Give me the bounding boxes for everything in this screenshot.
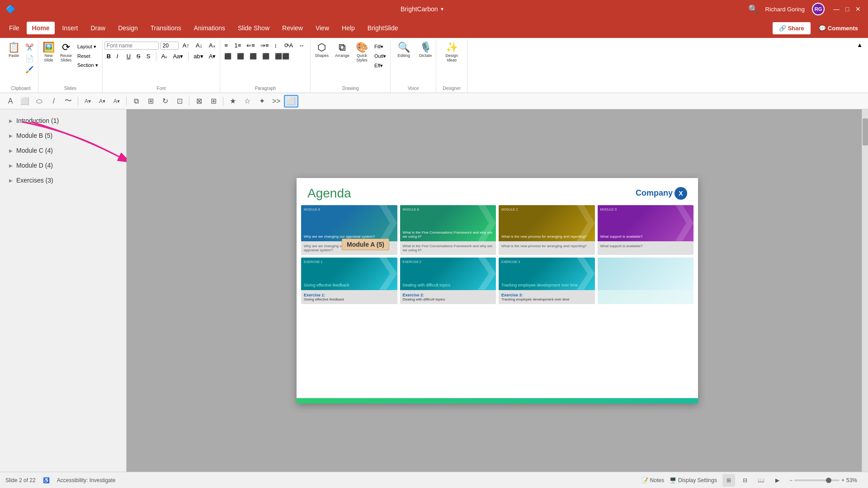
highlight-button[interactable]: ab▾: [191, 52, 205, 61]
shape-effects-button[interactable]: Eff▾: [372, 61, 388, 70]
exercise-1-card[interactable]: EXERCISE 1 Giving effective feedback Exe…: [301, 258, 397, 304]
sidebar-item-exercises[interactable]: ▶ Exercises (3): [2, 173, 124, 188]
accessibility-text[interactable]: Accessibility: Investigate: [57, 477, 116, 483]
normal-view-button[interactable]: ⊞: [722, 474, 735, 487]
zoom-in-icon[interactable]: +: [841, 477, 844, 483]
group-tool[interactable]: ⊞: [144, 95, 157, 108]
menu-brightslide[interactable]: BrightSlide: [362, 22, 404, 34]
paste-button[interactable]: 📋 Paste: [5, 41, 22, 59]
menu-insert[interactable]: Insert: [57, 22, 83, 34]
dictate-button[interactable]: 🎙️ Dictate: [417, 41, 434, 59]
curve-tool[interactable]: 〜: [61, 95, 75, 108]
col-spacing-button[interactable]: ↕: [272, 41, 281, 50]
slideshow-button[interactable]: ▶: [771, 474, 784, 487]
font-color-tool[interactable]: A▾: [110, 95, 123, 108]
crop-tool[interactable]: ⊡: [173, 95, 186, 108]
search-icon[interactable]: 🔍: [748, 4, 758, 14]
exercise-3-card[interactable]: EXERCISE 3 Tracking employee development…: [499, 258, 595, 304]
menu-slideshow[interactable]: Slide Show: [232, 22, 275, 34]
module-d-card[interactable]: MODULE D What support is available? What…: [598, 205, 694, 255]
menu-help[interactable]: Help: [336, 22, 360, 34]
module-c-card[interactable]: MODULE C What is the new process for arr…: [499, 205, 595, 255]
align-tools[interactable]: ⊠: [192, 95, 206, 108]
display-settings-button[interactable]: 🖥️ Display Settings: [670, 477, 717, 483]
shapes-button[interactable]: ⬡ Shapes: [312, 41, 331, 59]
convert-smartart-button[interactable]: ↔: [296, 41, 307, 50]
numbering-button[interactable]: 1≡: [232, 41, 243, 50]
fill-color-tool[interactable]: A▾: [81, 95, 94, 108]
align-right-button[interactable]: ⬛: [247, 52, 259, 61]
collapse-ribbon-button[interactable]: ▲: [855, 40, 864, 93]
line-color-tool[interactable]: A▾: [95, 95, 109, 108]
shadow-button[interactable]: S: [144, 52, 153, 61]
distribute-tools[interactable]: ⊞: [207, 95, 220, 108]
bold-button[interactable]: B: [104, 52, 113, 61]
shape-fill-button[interactable]: Fill▾: [372, 42, 388, 51]
align-justify-button[interactable]: ⬛: [260, 52, 272, 61]
oval-tool[interactable]: ⬭: [33, 95, 46, 108]
underline-button[interactable]: U: [124, 52, 133, 61]
sidebar-item-module-b[interactable]: ▶ Module B (5): [2, 128, 124, 143]
rotate-tool[interactable]: ↻: [158, 95, 172, 108]
menu-view[interactable]: View: [310, 22, 335, 34]
exercise-2-card[interactable]: EXERCISE 2 Dealing with difficult topics…: [400, 258, 496, 304]
indent-decrease-button[interactable]: ⇐≡: [244, 41, 257, 50]
arrange-button[interactable]: ⧉ Arrange: [333, 41, 352, 59]
comments-button[interactable]: 💬 Comments: [812, 22, 864, 34]
indent-increase-button[interactable]: ⇒≡: [258, 41, 271, 50]
menu-home[interactable]: Home: [27, 22, 55, 34]
zoom-out-icon[interactable]: −: [789, 477, 793, 483]
rating-tool[interactable]: ✦: [255, 95, 269, 108]
zoom-level[interactable]: 53%: [846, 477, 863, 483]
maximize-button[interactable]: □: [843, 5, 852, 14]
layout-button[interactable]: Layout ▾: [75, 42, 100, 51]
columns-button[interactable]: ⬛⬛: [273, 52, 292, 61]
star-outline-tool[interactable]: ☆: [241, 95, 254, 108]
notes-button[interactable]: 📝 Notes: [642, 477, 664, 483]
menu-design[interactable]: Design: [113, 22, 143, 34]
slide-sorter-button[interactable]: ⊟: [739, 474, 751, 487]
sidebar-item-module-d[interactable]: ▶ Module D (4): [2, 158, 124, 173]
increase-font-button[interactable]: A↑: [180, 41, 192, 50]
minimize-button[interactable]: —: [832, 5, 841, 14]
shape-outline-button[interactable]: Outl▾: [372, 52, 388, 61]
editing-button[interactable]: 🔍 Editing: [392, 41, 415, 59]
format-painter-button[interactable]: 🖌️: [23, 65, 36, 75]
arrange-tool[interactable]: ⧉: [129, 95, 143, 108]
font-name-input[interactable]: [104, 42, 159, 50]
text-direction-button[interactable]: ⟳A: [282, 41, 296, 50]
cut-button[interactable]: ✂️: [23, 42, 36, 53]
more-tools-button[interactable]: >>: [269, 95, 283, 108]
sidebar-item-module-c[interactable]: ▶ Module C (4): [2, 143, 124, 158]
menu-draw[interactable]: Draw: [85, 22, 111, 34]
italic-button[interactable]: I: [114, 52, 123, 61]
reset-button[interactable]: Reset: [75, 52, 100, 60]
menu-file[interactable]: File: [4, 22, 25, 34]
text-case-button[interactable]: Aa▾: [170, 52, 185, 61]
zoom-thumb[interactable]: [826, 478, 831, 483]
align-center-button[interactable]: ⬛: [235, 52, 246, 61]
zoom-slider[interactable]: [794, 479, 840, 481]
clear-format-button[interactable]: Aₓ: [207, 41, 218, 50]
copy-button[interactable]: 📄: [23, 54, 36, 64]
star-tool[interactable]: ★: [226, 95, 240, 108]
menu-animations[interactable]: Animations: [189, 22, 231, 34]
new-slide-button[interactable]: 🖼️ NewSlide: [40, 41, 57, 64]
selected-indicator[interactable]: ⬜: [284, 95, 298, 108]
font-size-input[interactable]: [160, 42, 179, 50]
slide[interactable]: Agenda Company X MODULE A Why are we cha…: [297, 178, 698, 404]
quick-styles-button[interactable]: 🎨 QuickStyles: [354, 41, 370, 64]
font-color-button[interactable]: A▾: [207, 52, 218, 61]
decrease-font-button[interactable]: A↓: [193, 41, 205, 50]
vertical-scrollbar[interactable]: [862, 109, 868, 472]
scrollbar-thumb[interactable]: [863, 118, 868, 145]
reuse-slides-button[interactable]: ⟳ ReuseSlides: [58, 41, 74, 64]
module-b-card[interactable]: MODULE B What is the Five Conversations …: [400, 205, 496, 255]
design-ideas-button[interactable]: ✨ DesignIdeas: [438, 41, 465, 64]
user-avatar[interactable]: RG: [812, 3, 825, 15]
dropdown-icon[interactable]: ▾: [441, 6, 443, 12]
text-box-tool[interactable]: A: [4, 95, 17, 108]
menu-review[interactable]: Review: [277, 22, 308, 34]
bullets-button[interactable]: ≡: [222, 41, 231, 50]
char-spacing-button[interactable]: Aᵥ: [159, 52, 170, 61]
